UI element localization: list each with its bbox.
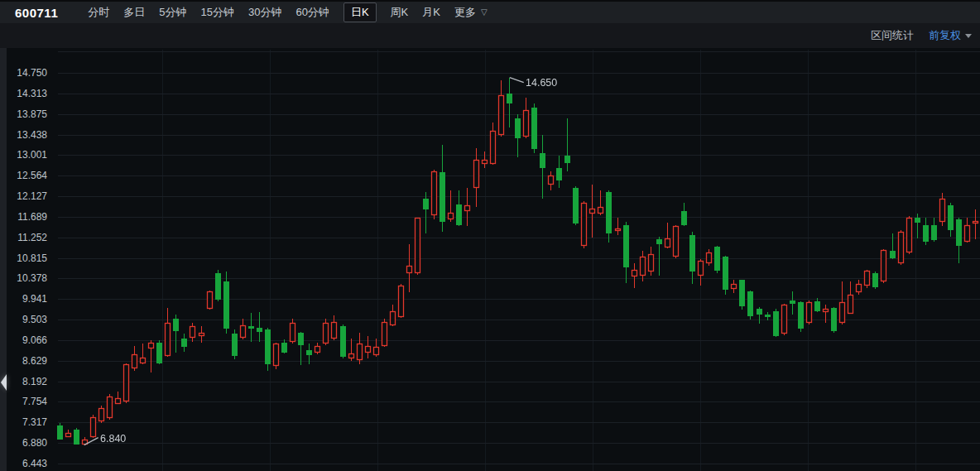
adjust-mode-label: 前复权 xyxy=(929,28,961,43)
y-axis-tick: 13.875 xyxy=(0,108,47,120)
y-axis-tick: 13.001 xyxy=(0,149,47,161)
chevron-down-icon: ▽ xyxy=(481,8,488,17)
more-menu-label: 更多 xyxy=(454,5,476,20)
y-axis-tick: 11.689 xyxy=(0,211,47,223)
tab-5min[interactable]: 5分钟 xyxy=(159,5,186,20)
tab-multiday[interactable]: 多日 xyxy=(123,5,145,20)
y-axis: 14.75014.31313.87513.43813.00112.56412.1… xyxy=(0,48,47,471)
adjust-mode-button[interactable]: 前复权 xyxy=(929,28,972,43)
tab-weekly-k[interactable]: 周K xyxy=(391,5,409,20)
tab-30min[interactable]: 30分钟 xyxy=(248,5,281,20)
y-axis-tick: 9.503 xyxy=(0,314,47,325)
caret-down-icon xyxy=(965,34,972,38)
tab-daily-k[interactable]: 日K xyxy=(343,2,377,22)
stock-chart-app: 600711 分时 多日 5分钟 15分钟 30分钟 60分钟 日K 周K 月K… xyxy=(0,0,980,471)
tab-monthly-k[interactable]: 月K xyxy=(422,5,440,20)
tab-60min[interactable]: 60分钟 xyxy=(295,5,329,20)
range-stats-button[interactable]: 区间统计 xyxy=(871,28,914,43)
y-axis-tick: 8.629 xyxy=(0,355,47,367)
y-axis-tick: 10.378 xyxy=(0,272,47,284)
y-axis-tick: 14.750 xyxy=(0,67,47,79)
y-axis-tick: 12.564 xyxy=(0,170,47,181)
y-axis-tick: 14.313 xyxy=(0,88,47,99)
y-axis-tick: 11.252 xyxy=(0,232,47,243)
candlestick-chart: 14.75014.31313.87513.43813.00112.56412.1… xyxy=(0,48,980,471)
more-menu-button[interactable]: 更多 ▽ xyxy=(454,5,488,20)
y-axis-tick: 9.941 xyxy=(0,293,47,305)
tab-15min[interactable]: 15分钟 xyxy=(200,5,233,20)
y-axis-tick: 7.754 xyxy=(0,396,47,407)
y-axis-tick: 7.317 xyxy=(0,416,47,428)
period-tabs: 分时 多日 5分钟 15分钟 30分钟 60分钟 日K 周K 月K 更多 ▽ xyxy=(88,2,487,22)
toolbar: 600711 分时 多日 5分钟 15分钟 30分钟 60分钟 日K 周K 月K… xyxy=(0,0,980,23)
y-axis-tick: 13.438 xyxy=(0,129,47,141)
stock-symbol: 600711 xyxy=(15,6,58,20)
y-axis-tick: 6.880 xyxy=(0,437,47,449)
tab-intraday[interactable]: 分时 xyxy=(88,5,109,20)
y-axis-tick: 8.192 xyxy=(0,376,47,387)
secondary-toolbar: 区间统计 前复权 xyxy=(0,23,980,48)
annotation-high: 14.650 xyxy=(526,77,557,89)
y-axis-tick: 6.443 xyxy=(0,458,47,469)
annotation-low: 6.840 xyxy=(100,433,126,445)
y-axis-tick: 12.127 xyxy=(0,190,47,202)
y-axis-tick: 10.815 xyxy=(0,252,47,264)
y-axis-tick: 9.066 xyxy=(0,334,47,346)
chart-canvas[interactable] xyxy=(50,50,980,471)
